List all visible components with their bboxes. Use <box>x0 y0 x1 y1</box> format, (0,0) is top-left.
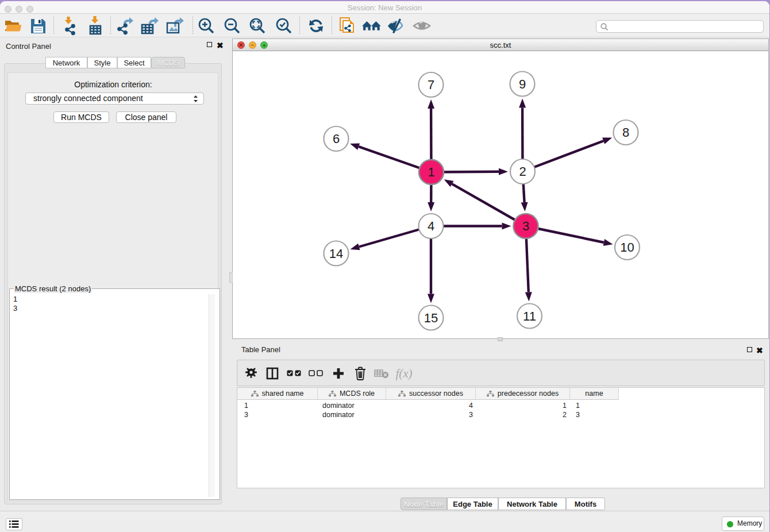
svg-text:15: 15 <box>424 311 438 325</box>
svg-text:1: 1 <box>428 165 434 179</box>
svg-text:10: 10 <box>620 240 634 255</box>
svg-text:9: 9 <box>519 77 526 91</box>
svg-text:6: 6 <box>333 132 340 146</box>
svg-text:8: 8 <box>622 125 629 140</box>
svg-text:3: 3 <box>522 219 529 233</box>
svg-text:7: 7 <box>428 78 434 92</box>
svg-text:4: 4 <box>428 219 434 233</box>
svg-text:11: 11 <box>523 309 536 323</box>
svg-text:14: 14 <box>329 246 343 261</box>
svg-text:2: 2 <box>519 164 526 179</box>
